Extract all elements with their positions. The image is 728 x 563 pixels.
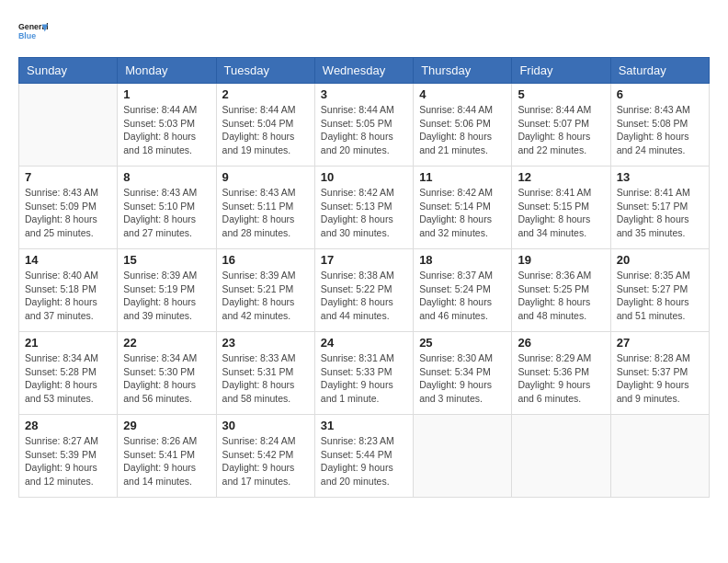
calendar-day-header: Tuesday xyxy=(216,58,314,84)
calendar-day-cell: 31Sunrise: 8:23 AM Sunset: 5:44 PM Dayli… xyxy=(314,415,413,498)
day-info: Sunrise: 8:42 AM Sunset: 5:14 PM Dayligh… xyxy=(419,186,506,240)
day-number: 23 xyxy=(222,336,309,350)
calendar-day-cell: 22Sunrise: 8:34 AM Sunset: 5:30 PM Dayli… xyxy=(118,332,216,415)
day-info: Sunrise: 8:34 AM Sunset: 5:28 PM Dayligh… xyxy=(25,351,111,406)
day-number: 27 xyxy=(617,336,703,350)
day-number: 17 xyxy=(321,253,407,267)
day-info: Sunrise: 8:40 AM Sunset: 5:18 PM Dayligh… xyxy=(25,269,111,323)
calendar-day-cell: 11Sunrise: 8:42 AM Sunset: 5:14 PM Dayli… xyxy=(414,167,512,249)
day-info: Sunrise: 8:43 AM Sunset: 5:08 PM Dayligh… xyxy=(617,103,703,157)
day-info: Sunrise: 8:42 AM Sunset: 5:13 PM Dayligh… xyxy=(321,186,407,240)
day-info: Sunrise: 8:39 AM Sunset: 5:19 PM Dayligh… xyxy=(123,269,210,323)
day-info: Sunrise: 8:34 AM Sunset: 5:30 PM Dayligh… xyxy=(123,351,210,406)
logo-icon: General Blue xyxy=(18,18,48,48)
day-info: Sunrise: 8:31 AM Sunset: 5:33 PM Dayligh… xyxy=(321,351,407,406)
day-number: 16 xyxy=(222,253,309,267)
calendar-day-cell: 10Sunrise: 8:42 AM Sunset: 5:13 PM Dayli… xyxy=(314,167,413,249)
page-header: General Blue xyxy=(18,18,710,48)
day-info: Sunrise: 8:35 AM Sunset: 5:27 PM Dayligh… xyxy=(617,269,703,323)
day-number: 18 xyxy=(419,253,506,267)
calendar-day-cell: 20Sunrise: 8:35 AM Sunset: 5:27 PM Dayli… xyxy=(610,249,709,332)
calendar-week-row: 1Sunrise: 8:44 AM Sunset: 5:03 PM Daylig… xyxy=(19,84,710,167)
day-info: Sunrise: 8:41 AM Sunset: 5:15 PM Dayligh… xyxy=(518,186,604,240)
day-number: 11 xyxy=(419,170,506,184)
calendar-day-cell: 14Sunrise: 8:40 AM Sunset: 5:18 PM Dayli… xyxy=(19,249,118,332)
svg-text:Blue: Blue xyxy=(18,31,36,40)
calendar-day-header: Sunday xyxy=(19,58,118,84)
calendar-week-row: 28Sunrise: 8:27 AM Sunset: 5:39 PM Dayli… xyxy=(19,415,710,498)
day-number: 3 xyxy=(321,87,407,101)
day-number: 7 xyxy=(25,170,111,184)
calendar-day-cell: 23Sunrise: 8:33 AM Sunset: 5:31 PM Dayli… xyxy=(216,332,314,415)
calendar-table: SundayMondayTuesdayWednesdayThursdayFrid… xyxy=(18,57,710,498)
logo: General Blue xyxy=(18,18,48,48)
calendar-day-cell: 19Sunrise: 8:36 AM Sunset: 5:25 PM Dayli… xyxy=(512,249,610,332)
day-info: Sunrise: 8:39 AM Sunset: 5:21 PM Dayligh… xyxy=(222,269,309,323)
calendar-day-cell: 17Sunrise: 8:38 AM Sunset: 5:22 PM Dayli… xyxy=(314,249,413,332)
day-info: Sunrise: 8:44 AM Sunset: 5:04 PM Dayligh… xyxy=(222,103,309,157)
calendar-day-cell: 16Sunrise: 8:39 AM Sunset: 5:21 PM Dayli… xyxy=(216,249,314,332)
calendar-day-cell xyxy=(414,415,512,498)
day-info: Sunrise: 8:44 AM Sunset: 5:05 PM Dayligh… xyxy=(321,103,407,157)
calendar-day-cell: 3Sunrise: 8:44 AM Sunset: 5:05 PM Daylig… xyxy=(314,84,413,167)
calendar-day-cell xyxy=(19,84,118,167)
day-number: 4 xyxy=(419,87,506,101)
day-number: 31 xyxy=(321,419,407,432)
day-info: Sunrise: 8:27 AM Sunset: 5:39 PM Dayligh… xyxy=(25,434,111,488)
day-number: 1 xyxy=(123,87,210,101)
calendar-day-cell: 13Sunrise: 8:41 AM Sunset: 5:17 PM Dayli… xyxy=(610,167,709,249)
calendar-day-cell: 29Sunrise: 8:26 AM Sunset: 5:41 PM Dayli… xyxy=(118,415,216,498)
calendar-week-row: 21Sunrise: 8:34 AM Sunset: 5:28 PM Dayli… xyxy=(19,332,710,415)
calendar-day-cell: 21Sunrise: 8:34 AM Sunset: 5:28 PM Dayli… xyxy=(19,332,118,415)
calendar-header-row: SundayMondayTuesdayWednesdayThursdayFrid… xyxy=(19,58,710,84)
day-info: Sunrise: 8:30 AM Sunset: 5:34 PM Dayligh… xyxy=(419,351,506,406)
calendar-day-cell: 1Sunrise: 8:44 AM Sunset: 5:03 PM Daylig… xyxy=(118,84,216,167)
day-number: 20 xyxy=(617,253,703,267)
day-info: Sunrise: 8:43 AM Sunset: 5:10 PM Dayligh… xyxy=(123,186,210,240)
calendar-week-row: 14Sunrise: 8:40 AM Sunset: 5:18 PM Dayli… xyxy=(19,249,710,332)
calendar-day-cell: 7Sunrise: 8:43 AM Sunset: 5:09 PM Daylig… xyxy=(19,167,118,249)
day-number: 22 xyxy=(123,336,210,350)
day-info: Sunrise: 8:28 AM Sunset: 5:37 PM Dayligh… xyxy=(617,351,703,406)
calendar-day-cell: 15Sunrise: 8:39 AM Sunset: 5:19 PM Dayli… xyxy=(118,249,216,332)
calendar-day-cell: 30Sunrise: 8:24 AM Sunset: 5:42 PM Dayli… xyxy=(216,415,314,498)
day-info: Sunrise: 8:43 AM Sunset: 5:09 PM Dayligh… xyxy=(25,186,111,240)
calendar-day-cell xyxy=(512,415,610,498)
day-info: Sunrise: 8:26 AM Sunset: 5:41 PM Dayligh… xyxy=(123,434,210,488)
calendar-day-header: Friday xyxy=(512,58,610,84)
calendar-day-header: Thursday xyxy=(414,58,512,84)
day-number: 12 xyxy=(518,170,604,184)
day-number: 10 xyxy=(321,170,407,184)
day-number: 2 xyxy=(222,87,309,101)
day-number: 30 xyxy=(222,419,309,432)
calendar-day-cell: 26Sunrise: 8:29 AM Sunset: 5:36 PM Dayli… xyxy=(512,332,610,415)
day-number: 9 xyxy=(222,170,309,184)
day-info: Sunrise: 8:44 AM Sunset: 5:03 PM Dayligh… xyxy=(123,103,210,157)
day-info: Sunrise: 8:36 AM Sunset: 5:25 PM Dayligh… xyxy=(518,269,604,323)
day-info: Sunrise: 8:23 AM Sunset: 5:44 PM Dayligh… xyxy=(321,434,407,488)
day-number: 5 xyxy=(518,87,604,101)
calendar-day-cell: 27Sunrise: 8:28 AM Sunset: 5:37 PM Dayli… xyxy=(610,332,709,415)
day-info: Sunrise: 8:44 AM Sunset: 5:07 PM Dayligh… xyxy=(518,103,604,157)
day-info: Sunrise: 8:38 AM Sunset: 5:22 PM Dayligh… xyxy=(321,269,407,323)
day-number: 25 xyxy=(419,336,506,350)
day-number: 14 xyxy=(25,253,111,267)
calendar-day-cell: 6Sunrise: 8:43 AM Sunset: 5:08 PM Daylig… xyxy=(610,84,709,167)
day-info: Sunrise: 8:33 AM Sunset: 5:31 PM Dayligh… xyxy=(222,351,309,406)
day-info: Sunrise: 8:43 AM Sunset: 5:11 PM Dayligh… xyxy=(222,186,309,240)
calendar-day-cell: 4Sunrise: 8:44 AM Sunset: 5:06 PM Daylig… xyxy=(414,84,512,167)
day-number: 29 xyxy=(123,419,210,432)
day-info: Sunrise: 8:44 AM Sunset: 5:06 PM Dayligh… xyxy=(419,103,506,157)
day-info: Sunrise: 8:41 AM Sunset: 5:17 PM Dayligh… xyxy=(617,186,703,240)
day-info: Sunrise: 8:29 AM Sunset: 5:36 PM Dayligh… xyxy=(518,351,604,406)
day-number: 19 xyxy=(518,253,604,267)
calendar-day-cell: 2Sunrise: 8:44 AM Sunset: 5:04 PM Daylig… xyxy=(216,84,314,167)
day-number: 21 xyxy=(25,336,111,350)
day-number: 28 xyxy=(25,419,111,432)
day-number: 6 xyxy=(617,87,703,101)
day-number: 24 xyxy=(321,336,407,350)
calendar-day-cell: 25Sunrise: 8:30 AM Sunset: 5:34 PM Dayli… xyxy=(414,332,512,415)
calendar-day-header: Saturday xyxy=(610,58,709,84)
calendar-day-cell: 28Sunrise: 8:27 AM Sunset: 5:39 PM Dayli… xyxy=(19,415,118,498)
calendar-day-cell: 8Sunrise: 8:43 AM Sunset: 5:10 PM Daylig… xyxy=(118,167,216,249)
